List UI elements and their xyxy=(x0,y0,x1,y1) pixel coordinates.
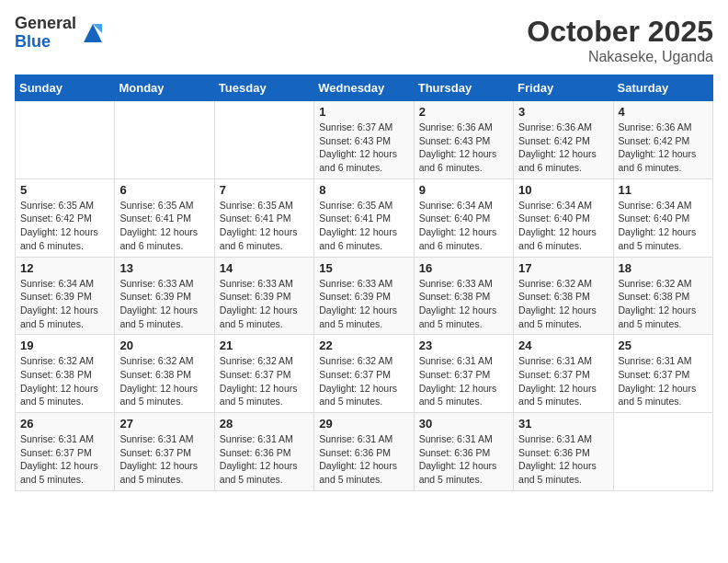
calendar-cell: 24Sunrise: 6:31 AM Sunset: 6:37 PM Dayli… xyxy=(514,335,613,413)
calendar-cell: 11Sunrise: 6:34 AM Sunset: 6:40 PM Dayli… xyxy=(613,178,712,257)
day-number: 7 xyxy=(220,183,309,197)
day-info: Sunrise: 6:33 AM Sunset: 6:38 PM Dayligh… xyxy=(419,277,508,331)
calendar-cell xyxy=(115,101,214,179)
day-number: 1 xyxy=(319,105,408,119)
day-number: 3 xyxy=(518,105,608,119)
day-info: Sunrise: 6:31 AM Sunset: 6:36 PM Dayligh… xyxy=(419,432,508,487)
calendar-cell: 4Sunrise: 6:36 AM Sunset: 6:42 PM Daylig… xyxy=(613,101,712,179)
day-number: 29 xyxy=(319,417,408,431)
calendar-cell: 29Sunrise: 6:31 AM Sunset: 6:36 PM Dayli… xyxy=(314,413,414,491)
day-info: Sunrise: 6:33 AM Sunset: 6:39 PM Dayligh… xyxy=(119,277,209,331)
title-block: October 2025 Nakaseke, Uganda xyxy=(527,15,713,65)
day-number: 15 xyxy=(319,261,408,275)
month-title: October 2025 xyxy=(527,15,713,49)
day-info: Sunrise: 6:35 AM Sunset: 6:41 PM Dayligh… xyxy=(319,199,408,253)
day-info: Sunrise: 6:31 AM Sunset: 6:36 PM Dayligh… xyxy=(518,432,608,487)
calendar-cell: 27Sunrise: 6:31 AM Sunset: 6:37 PM Dayli… xyxy=(115,413,214,491)
day-number: 11 xyxy=(619,183,708,197)
day-info: Sunrise: 6:36 AM Sunset: 6:42 PM Dayligh… xyxy=(518,121,608,175)
calendar-cell: 2Sunrise: 6:36 AM Sunset: 6:43 PM Daylig… xyxy=(414,101,513,179)
column-header-tuesday: Tuesday xyxy=(214,75,313,101)
calendar-cell: 18Sunrise: 6:32 AM Sunset: 6:38 PM Dayli… xyxy=(613,257,712,335)
column-header-saturday: Saturday xyxy=(613,75,712,101)
calendar-cell: 10Sunrise: 6:34 AM Sunset: 6:40 PM Dayli… xyxy=(514,178,613,257)
calendar-cell: 7Sunrise: 6:35 AM Sunset: 6:41 PM Daylig… xyxy=(214,178,313,257)
calendar-cell: 31Sunrise: 6:31 AM Sunset: 6:36 PM Dayli… xyxy=(514,413,613,491)
calendar-cell: 8Sunrise: 6:35 AM Sunset: 6:41 PM Daylig… xyxy=(314,178,414,257)
day-number: 30 xyxy=(419,417,508,431)
day-number: 21 xyxy=(220,339,309,352)
calendar-cell: 6Sunrise: 6:35 AM Sunset: 6:41 PM Daylig… xyxy=(115,178,214,257)
calendar-cell: 5Sunrise: 6:35 AM Sunset: 6:42 PM Daylig… xyxy=(16,178,115,257)
day-number: 12 xyxy=(20,261,109,275)
day-info: Sunrise: 6:34 AM Sunset: 6:40 PM Dayligh… xyxy=(419,199,508,253)
day-number: 2 xyxy=(419,105,508,119)
calendar-header-row: SundayMondayTuesdayWednesdayThursdayFrid… xyxy=(16,75,713,101)
calendar-cell: 25Sunrise: 6:31 AM Sunset: 6:37 PM Dayli… xyxy=(613,335,712,413)
day-info: Sunrise: 6:36 AM Sunset: 6:43 PM Dayligh… xyxy=(419,121,508,175)
calendar-cell: 3Sunrise: 6:36 AM Sunset: 6:42 PM Daylig… xyxy=(514,101,613,179)
calendar-week-row: 5Sunrise: 6:35 AM Sunset: 6:42 PM Daylig… xyxy=(16,178,713,257)
calendar-cell: 21Sunrise: 6:32 AM Sunset: 6:37 PM Dayli… xyxy=(214,335,313,413)
day-number: 31 xyxy=(518,417,608,431)
logo: General Blue xyxy=(15,15,106,52)
calendar-week-row: 1Sunrise: 6:37 AM Sunset: 6:43 PM Daylig… xyxy=(16,101,713,179)
day-info: Sunrise: 6:31 AM Sunset: 6:37 PM Dayligh… xyxy=(619,354,708,408)
calendar-cell xyxy=(613,413,712,491)
day-number: 17 xyxy=(518,261,608,275)
calendar-cell: 20Sunrise: 6:32 AM Sunset: 6:38 PM Dayli… xyxy=(115,335,214,413)
day-number: 24 xyxy=(518,339,608,352)
location-title: Nakaseke, Uganda xyxy=(527,49,713,65)
day-number: 20 xyxy=(119,339,209,352)
day-number: 19 xyxy=(20,339,109,352)
column-header-sunday: Sunday xyxy=(16,75,115,101)
day-info: Sunrise: 6:31 AM Sunset: 6:36 PM Dayligh… xyxy=(319,432,408,487)
calendar-cell: 17Sunrise: 6:32 AM Sunset: 6:38 PM Dayli… xyxy=(514,257,613,335)
day-number: 28 xyxy=(220,417,309,431)
calendar-week-row: 12Sunrise: 6:34 AM Sunset: 6:39 PM Dayli… xyxy=(16,257,713,335)
day-number: 8 xyxy=(319,183,408,197)
day-info: Sunrise: 6:31 AM Sunset: 6:36 PM Dayligh… xyxy=(220,432,309,487)
day-info: Sunrise: 6:34 AM Sunset: 6:40 PM Dayligh… xyxy=(518,199,608,253)
calendar-cell: 12Sunrise: 6:34 AM Sunset: 6:39 PM Dayli… xyxy=(16,257,115,335)
calendar-cell: 19Sunrise: 6:32 AM Sunset: 6:38 PM Dayli… xyxy=(16,335,115,413)
calendar-week-row: 26Sunrise: 6:31 AM Sunset: 6:37 PM Dayli… xyxy=(16,413,713,491)
day-info: Sunrise: 6:31 AM Sunset: 6:37 PM Dayligh… xyxy=(419,354,508,408)
column-header-monday: Monday xyxy=(115,75,214,101)
day-number: 25 xyxy=(619,339,708,352)
day-number: 4 xyxy=(619,105,708,119)
day-number: 6 xyxy=(119,183,209,197)
day-info: Sunrise: 6:34 AM Sunset: 6:39 PM Dayligh… xyxy=(20,277,109,331)
day-number: 14 xyxy=(220,261,309,275)
calendar-cell: 15Sunrise: 6:33 AM Sunset: 6:39 PM Dayli… xyxy=(314,257,414,335)
day-info: Sunrise: 6:32 AM Sunset: 6:38 PM Dayligh… xyxy=(20,354,109,408)
day-number: 9 xyxy=(419,183,508,197)
day-info: Sunrise: 6:31 AM Sunset: 6:37 PM Dayligh… xyxy=(119,432,209,487)
day-info: Sunrise: 6:32 AM Sunset: 6:38 PM Dayligh… xyxy=(619,277,708,331)
day-info: Sunrise: 6:33 AM Sunset: 6:39 PM Dayligh… xyxy=(319,277,408,331)
day-info: Sunrise: 6:35 AM Sunset: 6:42 PM Dayligh… xyxy=(20,199,109,253)
day-number: 23 xyxy=(419,339,508,352)
calendar-cell xyxy=(214,101,313,179)
calendar-cell: 1Sunrise: 6:37 AM Sunset: 6:43 PM Daylig… xyxy=(314,101,414,179)
day-number: 18 xyxy=(619,261,708,275)
calendar-cell xyxy=(16,101,115,179)
logo-general: General xyxy=(15,15,76,33)
calendar-table: SundayMondayTuesdayWednesdayThursdayFrid… xyxy=(15,75,713,491)
day-info: Sunrise: 6:36 AM Sunset: 6:42 PM Dayligh… xyxy=(619,121,708,175)
logo-icon xyxy=(80,20,106,46)
day-number: 5 xyxy=(20,183,109,197)
day-info: Sunrise: 6:33 AM Sunset: 6:39 PM Dayligh… xyxy=(220,277,309,331)
calendar-cell: 14Sunrise: 6:33 AM Sunset: 6:39 PM Dayli… xyxy=(214,257,313,335)
day-number: 22 xyxy=(319,339,408,352)
column-header-thursday: Thursday xyxy=(414,75,513,101)
day-number: 13 xyxy=(119,261,209,275)
calendar-cell: 23Sunrise: 6:31 AM Sunset: 6:37 PM Dayli… xyxy=(414,335,513,413)
day-info: Sunrise: 6:32 AM Sunset: 6:37 PM Dayligh… xyxy=(319,354,408,408)
day-number: 16 xyxy=(419,261,508,275)
calendar-cell: 16Sunrise: 6:33 AM Sunset: 6:38 PM Dayli… xyxy=(414,257,513,335)
day-number: 10 xyxy=(518,183,608,197)
day-info: Sunrise: 6:32 AM Sunset: 6:38 PM Dayligh… xyxy=(119,354,209,408)
day-info: Sunrise: 6:35 AM Sunset: 6:41 PM Dayligh… xyxy=(119,199,209,253)
column-header-friday: Friday xyxy=(514,75,613,101)
